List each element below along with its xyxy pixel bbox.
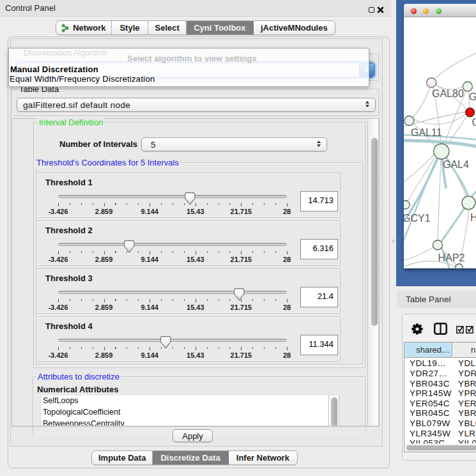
svg-text:H: H <box>470 212 476 223</box>
svg-text:GAL4: GAL4 <box>443 159 469 170</box>
svg-text:GCY1: GCY1 <box>404 213 431 224</box>
svg-text:HAP2: HAP2 <box>438 252 465 263</box>
svg-text:C: C <box>472 117 476 128</box>
svg-text:GA: GA <box>469 91 476 102</box>
svg-text:GAL11: GAL11 <box>411 127 442 138</box>
svg-text:GAL80: GAL80 <box>432 88 464 99</box>
